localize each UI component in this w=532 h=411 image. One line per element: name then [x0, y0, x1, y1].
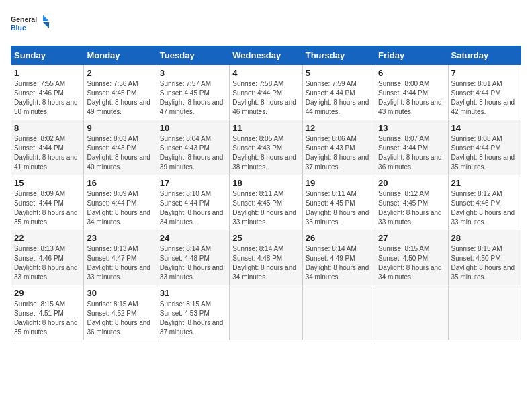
calendar-cell: 19Sunrise: 8:11 AMSunset: 4:45 PMDayligh…: [302, 175, 375, 230]
day-number: 17: [160, 178, 226, 188]
logo-svg: General Blue: [11, 11, 51, 38]
day-info: Sunrise: 8:06 AMSunset: 4:43 PMDaylight:…: [306, 134, 372, 172]
calendar-cell: 30Sunrise: 8:15 AMSunset: 4:52 PMDayligh…: [84, 285, 157, 340]
calendar-cell: 23Sunrise: 8:13 AMSunset: 4:47 PMDayligh…: [84, 230, 157, 285]
day-info: Sunrise: 8:01 AMSunset: 4:44 PMDaylight:…: [451, 79, 518, 117]
day-info: Sunrise: 7:59 AMSunset: 4:44 PMDaylight:…: [306, 79, 372, 117]
weekday-header: Saturday: [448, 46, 521, 65]
day-info: Sunrise: 8:09 AMSunset: 4:44 PMDaylight:…: [87, 189, 153, 227]
day-number: 19: [306, 178, 372, 188]
calendar-cell: 8Sunrise: 8:02 AMSunset: 4:44 PMDaylight…: [11, 120, 84, 175]
day-number: 12: [306, 123, 372, 133]
day-number: 29: [14, 288, 81, 298]
calendar-cell: 1Sunrise: 7:55 AMSunset: 4:46 PMDaylight…: [11, 65, 84, 120]
day-info: Sunrise: 8:14 AMSunset: 4:48 PMDaylight:…: [160, 244, 226, 282]
day-number: 23: [87, 233, 153, 243]
day-info: Sunrise: 7:58 AMSunset: 4:44 PMDaylight:…: [232, 79, 299, 117]
day-info: Sunrise: 8:07 AMSunset: 4:44 PMDaylight:…: [378, 134, 445, 172]
day-number: 7: [451, 68, 518, 78]
calendar-cell: 22Sunrise: 8:13 AMSunset: 4:46 PMDayligh…: [11, 230, 84, 285]
day-number: 8: [14, 123, 81, 133]
svg-marker-2: [43, 15, 49, 21]
calendar-cell: [230, 285, 302, 340]
calendar-cell: 25Sunrise: 8:14 AMSunset: 4:48 PMDayligh…: [230, 230, 302, 285]
day-info: Sunrise: 8:02 AMSunset: 4:44 PMDaylight:…: [14, 134, 81, 172]
day-number: 20: [378, 178, 445, 188]
day-info: Sunrise: 8:15 AMSunset: 4:52 PMDaylight:…: [87, 300, 153, 337]
calendar-week-row: 22Sunrise: 8:13 AMSunset: 4:46 PMDayligh…: [11, 230, 521, 285]
day-info: Sunrise: 8:13 AMSunset: 4:46 PMDaylight:…: [14, 244, 81, 282]
weekday-header: Wednesday: [230, 46, 302, 65]
calendar-week-row: 15Sunrise: 8:09 AMSunset: 4:44 PMDayligh…: [11, 175, 521, 230]
calendar-cell: 15Sunrise: 8:09 AMSunset: 4:44 PMDayligh…: [11, 175, 84, 230]
day-info: Sunrise: 8:14 AMSunset: 4:49 PMDaylight:…: [306, 244, 372, 282]
day-info: Sunrise: 8:13 AMSunset: 4:47 PMDaylight:…: [87, 244, 153, 282]
calendar-header-row: SundayMondayTuesdayWednesdayThursdayFrid…: [11, 46, 521, 65]
calendar-cell: 28Sunrise: 8:15 AMSunset: 4:50 PMDayligh…: [448, 230, 521, 285]
day-info: Sunrise: 8:03 AMSunset: 4:43 PMDaylight:…: [87, 134, 153, 172]
calendar-cell: 4Sunrise: 7:58 AMSunset: 4:44 PMDaylight…: [230, 65, 302, 120]
calendar-cell: 31Sunrise: 8:15 AMSunset: 4:53 PMDayligh…: [157, 285, 229, 340]
day-number: 30: [87, 288, 153, 298]
day-info: Sunrise: 8:10 AMSunset: 4:44 PMDaylight:…: [160, 189, 226, 227]
calendar-cell: 24Sunrise: 8:14 AMSunset: 4:48 PMDayligh…: [157, 230, 229, 285]
svg-text:General: General: [11, 15, 37, 24]
day-number: 6: [378, 68, 445, 78]
calendar-cell: 17Sunrise: 8:10 AMSunset: 4:44 PMDayligh…: [157, 175, 229, 230]
day-info: Sunrise: 8:12 AMSunset: 4:46 PMDaylight:…: [451, 189, 518, 227]
svg-text:Blue: Blue: [11, 24, 26, 32]
weekday-header: Friday: [375, 46, 448, 65]
calendar-cell: 10Sunrise: 8:04 AMSunset: 4:43 PMDayligh…: [157, 120, 229, 175]
day-info: Sunrise: 8:15 AMSunset: 4:50 PMDaylight:…: [451, 244, 518, 282]
day-number: 10: [160, 123, 226, 133]
calendar-cell: 5Sunrise: 7:59 AMSunset: 4:44 PMDaylight…: [302, 65, 375, 120]
day-number: 18: [232, 178, 299, 188]
calendar-cell: 21Sunrise: 8:12 AMSunset: 4:46 PMDayligh…: [448, 175, 521, 230]
day-number: 16: [87, 178, 153, 188]
day-number: 2: [87, 68, 153, 78]
day-number: 11: [232, 123, 299, 133]
calendar-cell: 7Sunrise: 8:01 AMSunset: 4:44 PMDaylight…: [448, 65, 521, 120]
day-number: 5: [306, 68, 372, 78]
day-number: 26: [306, 233, 372, 243]
day-info: Sunrise: 8:15 AMSunset: 4:51 PMDaylight:…: [14, 300, 81, 337]
day-number: 3: [160, 68, 226, 78]
header: General Blue: [11, 11, 521, 38]
day-number: 27: [378, 233, 445, 243]
day-info: Sunrise: 7:56 AMSunset: 4:45 PMDaylight:…: [87, 79, 153, 117]
day-number: 9: [87, 123, 153, 133]
day-info: Sunrise: 7:57 AMSunset: 4:45 PMDaylight:…: [160, 79, 226, 117]
calendar-table: SundayMondayTuesdayWednesdayThursdayFrid…: [11, 46, 521, 340]
calendar-cell: 27Sunrise: 8:15 AMSunset: 4:50 PMDayligh…: [375, 230, 448, 285]
day-info: Sunrise: 8:04 AMSunset: 4:43 PMDaylight:…: [160, 134, 226, 172]
day-info: Sunrise: 8:11 AMSunset: 4:45 PMDaylight:…: [232, 189, 299, 227]
day-number: 24: [160, 233, 226, 243]
day-number: 28: [451, 233, 518, 243]
day-info: Sunrise: 8:12 AMSunset: 4:45 PMDaylight:…: [378, 189, 445, 227]
svg-marker-3: [43, 22, 49, 28]
calendar-cell: [448, 285, 521, 340]
calendar-cell: 9Sunrise: 8:03 AMSunset: 4:43 PMDaylight…: [84, 120, 157, 175]
day-number: 15: [14, 178, 81, 188]
calendar-cell: [302, 285, 375, 340]
calendar-cell: 2Sunrise: 7:56 AMSunset: 4:45 PMDaylight…: [84, 65, 157, 120]
day-number: 14: [451, 123, 518, 133]
day-info: Sunrise: 7:55 AMSunset: 4:46 PMDaylight:…: [14, 79, 81, 117]
day-info: Sunrise: 8:08 AMSunset: 4:44 PMDaylight:…: [451, 134, 518, 172]
calendar-cell: 20Sunrise: 8:12 AMSunset: 4:45 PMDayligh…: [375, 175, 448, 230]
weekday-header: Monday: [84, 46, 157, 65]
day-number: 31: [160, 288, 226, 298]
calendar-cell: 11Sunrise: 8:05 AMSunset: 4:43 PMDayligh…: [230, 120, 302, 175]
day-info: Sunrise: 8:09 AMSunset: 4:44 PMDaylight:…: [14, 189, 81, 227]
day-info: Sunrise: 8:05 AMSunset: 4:43 PMDaylight:…: [232, 134, 299, 172]
calendar-cell: 6Sunrise: 8:00 AMSunset: 4:44 PMDaylight…: [375, 65, 448, 120]
calendar-week-row: 29Sunrise: 8:15 AMSunset: 4:51 PMDayligh…: [11, 285, 521, 340]
weekday-header: Tuesday: [157, 46, 229, 65]
day-info: Sunrise: 8:15 AMSunset: 4:53 PMDaylight:…: [160, 300, 226, 337]
calendar-cell: 18Sunrise: 8:11 AMSunset: 4:45 PMDayligh…: [230, 175, 302, 230]
calendar-cell: 29Sunrise: 8:15 AMSunset: 4:51 PMDayligh…: [11, 285, 84, 340]
day-number: 13: [378, 123, 445, 133]
calendar-cell: 16Sunrise: 8:09 AMSunset: 4:44 PMDayligh…: [84, 175, 157, 230]
weekday-header: Thursday: [302, 46, 375, 65]
calendar-cell: 3Sunrise: 7:57 AMSunset: 4:45 PMDaylight…: [157, 65, 229, 120]
